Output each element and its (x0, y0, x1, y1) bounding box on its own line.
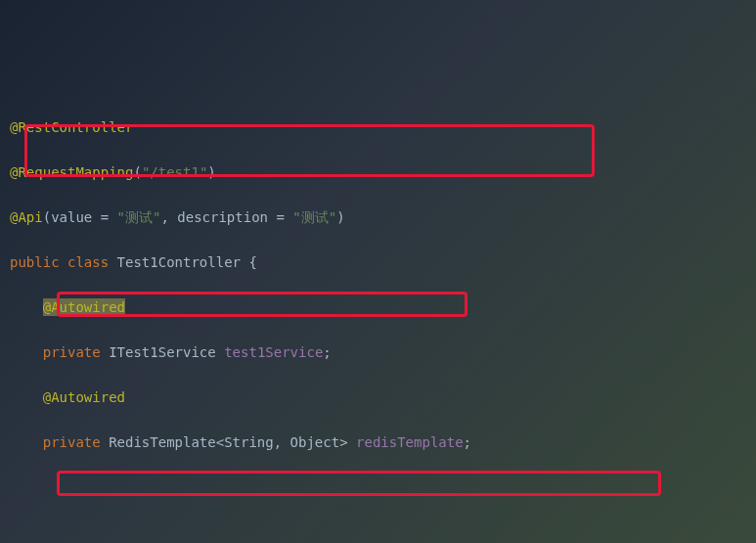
code-line: public class Test1Controller { (10, 251, 756, 274)
code-line: @Autowired (10, 296, 756, 319)
code-editor[interactable]: @RestController @RequestMapping("/test1"… (10, 94, 756, 543)
autowired-highlight: @Autowired (43, 298, 125, 316)
code-line: @RestController (10, 116, 756, 139)
code-line: @Api(value = "测试", description = "测试") (10, 206, 756, 229)
code-line: private RedisTemplate<String, Object> re… (10, 431, 756, 454)
code-line: @Autowired (10, 386, 756, 409)
code-line: @RequestMapping("/test1") (10, 161, 756, 184)
code-line: private ITest1Service test1Service; (10, 341, 756, 364)
blank-line (10, 476, 756, 499)
blank-line (10, 521, 756, 543)
